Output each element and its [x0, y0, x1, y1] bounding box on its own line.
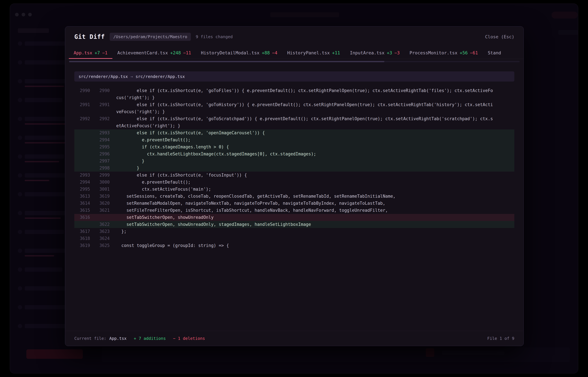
file-tab[interactable]: Stand	[483, 47, 506, 59]
app-window: Git Diff /Users/pedram/Projects/Maestro …	[10, 4, 578, 373]
arrow-right-icon: →	[130, 74, 133, 79]
git-diff-modal: Git Diff /Users/pedram/Projects/Maestro …	[65, 26, 524, 346]
diff-row: 29902990 else if (ctx.isShortcut(e, 'goT…	[74, 87, 514, 94]
file-tab-name: AchievementCard.tsx	[117, 50, 168, 55]
file-tab[interactable]: App.tsx+7−1	[69, 47, 113, 59]
line-number-old	[74, 165, 90, 172]
line-number-new: 3624	[94, 235, 110, 242]
diff-row: 36143620 setRenameTabModalOpen, navigate…	[74, 200, 514, 207]
line-number-old: 3619	[74, 242, 90, 249]
diff-row: 36173623 };	[74, 228, 514, 235]
file-tab-name: ProcessMonitor.tsx	[410, 50, 458, 55]
line-number-old	[74, 129, 90, 136]
deletions-count: − 1 deletions	[173, 336, 205, 341]
diff-row: 2995 if (ctx.stagedImages.length > 0) {	[74, 143, 514, 151]
code-line: e.preventDefault();	[116, 179, 514, 186]
code-line: else if (ctx.isShortcut(e, 'openImageCar…	[116, 129, 514, 136]
diff-row: veFocus('right'); }	[74, 108, 514, 115]
line-number-new: 3001	[94, 186, 110, 193]
line-number-new: 2993	[94, 129, 110, 136]
line-number-new: 2991	[94, 101, 110, 108]
code-line: if (ctx.stagedImages.length > 0) {	[116, 143, 514, 151]
line-number-old: 3614	[74, 200, 90, 207]
modal-footer: Current file: App.tsx + 7 additions − 1 …	[65, 331, 523, 346]
file-pagination: File 1 of 9	[487, 336, 514, 341]
diff-file-header: src/renderer/App.tsx → src/renderer/App.…	[74, 71, 514, 82]
file-tab-deletions: −61	[470, 50, 478, 55]
diff-row: 36133619 setSessions, createTab, closeTa…	[74, 193, 514, 200]
line-number-old: 3617	[74, 228, 90, 235]
line-number-new: 3623	[94, 228, 110, 235]
code-line: veFocus('right'); }	[116, 108, 514, 115]
file-tab[interactable]: HistoryPanel.tsx+11	[282, 47, 345, 59]
line-number-new: 2994	[94, 136, 110, 143]
line-number-old: 2994	[74, 179, 90, 186]
diff-panel: src/renderer/App.tsx → src/renderer/App.…	[65, 62, 523, 331]
line-number-old: 3615	[74, 207, 90, 214]
file-tab-deletions: −4	[272, 50, 277, 55]
line-number-new	[94, 94, 110, 101]
diff-row: 29912991 else if (ctx.isShortcut(e, 'goT…	[74, 101, 514, 108]
code-line: etActiveFocus('right'); }	[116, 122, 514, 129]
code-line: }	[116, 165, 514, 172]
diff-row: 2997 }	[74, 158, 514, 165]
line-number-new: 2995	[94, 143, 110, 151]
line-number-new	[94, 108, 110, 115]
diff-row: 29922992 else if (ctx.isShortcut(e, 'goT…	[74, 115, 514, 122]
additions-count: + 7 additions	[134, 336, 166, 341]
modal-title: Git Diff	[74, 33, 105, 40]
file-tab[interactable]: ProcessMonitor.tsx+56−61	[405, 47, 483, 59]
line-number-new	[94, 214, 110, 221]
diff-row: 36183624	[74, 235, 514, 242]
code-line: e.preventDefault();	[116, 136, 514, 143]
file-tab[interactable]: AchievementCard.tsx+248−11	[113, 47, 196, 59]
diff-row: cus('right'); }	[74, 94, 514, 101]
file-tab-deletions: −11	[183, 50, 191, 55]
line-number-old: 2990	[74, 87, 90, 94]
line-number-old	[74, 94, 90, 101]
line-number-old	[74, 122, 90, 129]
line-number-new: 2999	[94, 172, 110, 179]
line-number-new: 2996	[94, 151, 110, 158]
code-line: setRenameTabModalOpen, navigateToNextTab…	[116, 200, 514, 207]
code-line: else if (ctx.isShortcut(e, 'focusInput')…	[116, 172, 514, 179]
diff-row: 2998 }	[74, 165, 514, 172]
current-file-name: App.tsx	[109, 336, 127, 341]
diff-row: 29953001 ctx.setActiveFocus('main');	[74, 186, 514, 193]
tabs-scrollbar-thumb[interactable]	[69, 61, 384, 62]
code-line: else if (ctx.isShortcut(e, 'goToHistory'…	[116, 101, 514, 108]
code-line: };	[116, 228, 514, 235]
diff-row: 29943000 e.preventDefault();	[74, 179, 514, 186]
file-tab-additions: +7	[95, 50, 100, 55]
file-tab-name: App.tsx	[74, 50, 92, 55]
line-number-new: 3622	[94, 221, 110, 228]
file-tab[interactable]: InputArea.tsx+3−3	[345, 47, 404, 59]
code-line: else if (ctx.isShortcut(e, 'goToFiles'))…	[116, 87, 514, 94]
file-tab-additions: +3	[387, 50, 392, 55]
diff-file-from: src/renderer/App.tsx	[79, 74, 128, 79]
code-line	[116, 235, 514, 242]
diff-row: 36193625 const toggleGroup = (groupId: s…	[74, 242, 514, 249]
line-number-old: 2991	[74, 101, 90, 108]
diff-file-to: src/renderer/App.tsx	[136, 74, 185, 79]
line-number-new	[94, 122, 110, 129]
line-number-old: 3616	[74, 214, 90, 221]
file-tab-additions: +11	[332, 50, 340, 55]
current-file-label: Current file:	[74, 336, 106, 341]
line-number-old	[74, 221, 90, 228]
line-number-new: 2997	[94, 158, 110, 165]
file-tab-additions: +56	[460, 50, 468, 55]
diff-row: etActiveFocus('right'); }	[74, 122, 514, 129]
diff-row: 29932999 else if (ctx.isShortcut(e, 'foc…	[74, 172, 514, 179]
file-tab-name: HistoryPanel.tsx	[287, 50, 330, 55]
code-line: cus('right'); }	[116, 94, 514, 101]
file-tab[interactable]: HistoryDetailModal.tsx+88−4	[196, 47, 282, 59]
diff-row: 3616 setTabSwitcherOpen, showUnreadOnly	[74, 214, 514, 221]
line-number-old	[74, 136, 90, 143]
code-line: setTabSwitcherOpen, showUnreadOnly	[116, 214, 514, 221]
diff-rows: 29902990 else if (ctx.isShortcut(e, 'goT…	[74, 87, 514, 249]
line-number-new: 3000	[94, 179, 110, 186]
line-number-new: 3620	[94, 200, 110, 207]
close-button[interactable]: Close (Esc)	[485, 34, 514, 39]
repo-path-badge: /Users/pedram/Projects/Maestro	[110, 33, 191, 41]
